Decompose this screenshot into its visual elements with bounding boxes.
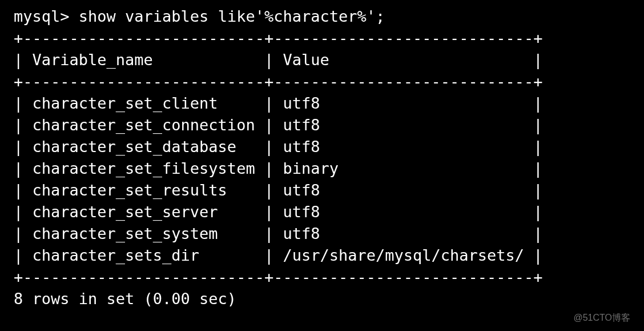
prompt-line[interactable]: mysql> show variables like'%character%'; bbox=[3, 6, 641, 27]
prompt-prefix: mysql> bbox=[14, 7, 79, 25]
table-header-row: | Variable_name | Value | bbox=[3, 49, 641, 71]
sql-query: show variables like'%character%'; bbox=[79, 7, 385, 25]
watermark: @51CTO博客 bbox=[573, 312, 630, 324]
table-row: | character_set_results | utf8 | bbox=[3, 180, 641, 201]
table-row: | character_set_database | utf8 | bbox=[3, 136, 641, 158]
table-border-bottom: +--------------------------+------------… bbox=[3, 266, 641, 288]
terminal-window[interactable]: mysql> show variables like'%character%';… bbox=[0, 0, 644, 331]
table-row: | character_set_connection | utf8 | bbox=[3, 114, 641, 136]
table-row: | character_set_server | utf8 | bbox=[3, 201, 641, 223]
status-line: 8 rows in set (0.00 sec) bbox=[3, 288, 641, 310]
table-row: | character_set_filesystem | binary | bbox=[3, 158, 641, 180]
table-row: | character_set_system | utf8 | bbox=[3, 223, 641, 245]
table-border-mid: +--------------------------+------------… bbox=[3, 71, 641, 93]
table-row: | character_sets_dir | /usr/share/mysql/… bbox=[3, 245, 641, 266]
table-border-top: +--------------------------+------------… bbox=[3, 27, 641, 49]
table-row: | character_set_client | utf8 | bbox=[3, 93, 641, 114]
